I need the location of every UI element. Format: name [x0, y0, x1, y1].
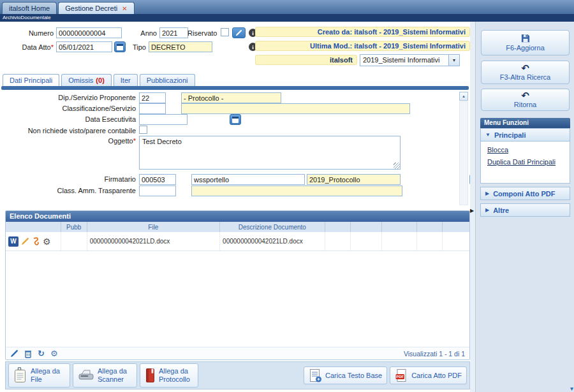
- file-cell: 0000000000042021LD.docx: [87, 232, 220, 250]
- scroll-down-icon[interactable]: ▾: [570, 385, 573, 392]
- document-tabs: Dati Principali Omissis(0) Iter Pubblica…: [3, 74, 197, 86]
- tab-dati-principali[interactable]: Dati Principali: [3, 74, 59, 86]
- visto-contabile-label: Non richiede visto/parere contabile: [0, 127, 136, 134]
- breadcrumb-text: ArchivioDocumentale: [3, 15, 51, 20]
- empty-cell: [417, 232, 443, 250]
- tab-panel-border: [1, 86, 469, 90]
- empty-cell: [351, 232, 383, 250]
- button-label: Allega da Scanner: [98, 367, 132, 384]
- tab-pubblicazioni[interactable]: Pubblicazioni: [140, 74, 195, 86]
- f6-aggiorna-button[interactable]: F6-Aggiorna: [481, 30, 570, 55]
- classificazione-label: Classificazione/Servizio: [0, 105, 136, 112]
- oggetto-textarea[interactable]: Test Decreto: [139, 136, 401, 170]
- back-arrow-icon: ↶: [521, 64, 529, 72]
- button-label: F3-Altra Ricerca: [500, 73, 550, 81]
- riservato-checkbox[interactable]: [221, 28, 229, 36]
- pubb-cell: [61, 232, 87, 250]
- tab-gestione-decreti[interactable]: Gestione Decreti ✕: [58, 2, 134, 14]
- section-componi-atto-pdf[interactable]: ▶ Componi Atto PDF: [480, 187, 570, 200]
- edit-icon-button[interactable]: [232, 27, 246, 38]
- breadcrumb: ArchivioDocumentale: [0, 14, 574, 22]
- tab-iter[interactable]: Iter: [114, 74, 138, 86]
- tab-omissis[interactable]: Omissis(0): [61, 74, 112, 86]
- collapse-panel-handle[interactable]: ▶: [470, 208, 474, 214]
- scrollbar-track[interactable]: [459, 101, 468, 205]
- button-label: F6-Aggiorna: [506, 44, 545, 52]
- data-esecutivita-label: Data Esecutivita: [0, 115, 136, 123]
- save-icon: [521, 34, 530, 43]
- section-altre[interactable]: ▶ Altre: [480, 203, 570, 217]
- section-label: Componi Atto PDF: [493, 190, 555, 198]
- numero-input[interactable]: [56, 27, 122, 38]
- column-pubb[interactable]: Pubb: [61, 222, 87, 232]
- delete-icon[interactable]: [24, 349, 32, 358]
- button-label: Carica Atto PDF: [411, 372, 462, 379]
- convert-document-icon[interactable]: ⚙: [43, 236, 51, 247]
- column-empty: [325, 222, 351, 232]
- calendar-icon-button[interactable]: [114, 41, 126, 52]
- refresh-icon[interactable]: ↻: [38, 349, 45, 358]
- tipo-label: Tipo: [127, 43, 146, 51]
- word-file-icon[interactable]: W: [8, 236, 18, 247]
- tipo-input: [149, 41, 212, 52]
- sign-document-icon[interactable]: [32, 236, 40, 247]
- documents-table-header: Pubb File Descrizione Documento: [6, 222, 469, 232]
- chevron-right-icon: ▶: [485, 207, 489, 213]
- elenco-documenti-panel: Elenco Documenti Pubb File Descrizione D…: [5, 210, 470, 360]
- chevron-down-icon: ▼: [485, 132, 490, 138]
- ritorna-button[interactable]: ↶ Ritorna: [481, 89, 570, 111]
- edit-icon[interactable]: [10, 349, 18, 358]
- edit-document-icon[interactable]: [21, 237, 29, 245]
- scroll-up-icon[interactable]: ▴: [459, 92, 468, 101]
- firmatario-code-input[interactable]: [139, 174, 176, 185]
- principali-links: Blocca Duplica Dati Principali: [480, 142, 570, 184]
- elenco-documenti-title: Elenco Documenti: [6, 211, 469, 222]
- empty-cell: [382, 232, 417, 250]
- dip-servizio-code-input[interactable]: [139, 92, 166, 103]
- f3-altra-ricerca-button[interactable]: ↶ F3-Altra Ricerca: [481, 61, 570, 84]
- attachments-toolbar: Allega da File Allega da Scanner Allega …: [5, 361, 470, 389]
- carica-testo-base-button[interactable]: Carica Testo Base: [304, 367, 387, 384]
- notepad-icon: [13, 367, 27, 384]
- oggetto-label: Oggetto*: [0, 137, 136, 145]
- chevron-down-icon[interactable]: ▾: [448, 55, 459, 66]
- document-row[interactable]: W ⚙ 0000000000042021LD.docx 000000000004…: [6, 232, 469, 251]
- section-principali[interactable]: ▼ Principali: [480, 128, 570, 142]
- data-atto-input[interactable]: [56, 41, 112, 52]
- section-label: Principali: [494, 131, 526, 139]
- allega-da-protocollo-button[interactable]: Allega da Protocollo: [140, 363, 198, 388]
- anno-input[interactable]: [159, 27, 188, 38]
- class-amm-code-input[interactable]: [139, 185, 176, 196]
- resize-grip-icon[interactable]: [394, 163, 400, 169]
- classificazione-code-input[interactable]: [139, 103, 166, 114]
- link-duplica-dati-principali[interactable]: Duplica Dati Principali: [487, 158, 557, 166]
- link-blocca[interactable]: Blocca: [487, 146, 557, 154]
- dip-servizio-desc-field: [181, 92, 281, 103]
- column-empty: [417, 222, 443, 232]
- numero-label: Numero: [8, 29, 54, 37]
- calendar-icon-button[interactable]: [230, 114, 241, 125]
- riservato-label: Riservato: [188, 29, 217, 37]
- allega-da-scanner-button[interactable]: Allega da Scanner: [73, 363, 137, 388]
- documents-table-body: [6, 251, 469, 347]
- column-empty: [382, 222, 417, 232]
- data-esecutivita-input[interactable]: [139, 114, 188, 125]
- settings-gear-icon[interactable]: ⚙: [50, 349, 58, 358]
- profile-select[interactable]: 2019_Sistemi Informativi ▾: [360, 54, 460, 66]
- tab-italsoft-home[interactable]: italsoft Home: [2, 2, 57, 14]
- column-descrizione[interactable]: Descrizione Documento: [220, 222, 325, 232]
- firmatario-nome-input[interactable]: [191, 174, 305, 185]
- allega-da-file-button[interactable]: Allega da File: [8, 363, 70, 388]
- scanner-icon: [78, 368, 94, 383]
- column-file[interactable]: File: [87, 222, 220, 232]
- button-label: Carica Testo Base: [325, 372, 382, 379]
- user-banner: italsoft: [255, 55, 357, 65]
- carica-atto-pdf-button[interactable]: PDF Carica Atto PDF: [390, 367, 467, 384]
- empty-cell: [443, 232, 469, 250]
- tab-label: Gestione Decreti: [65, 4, 117, 14]
- data-atto-label: Data Atto*: [0, 43, 54, 51]
- content-area: Numero Anno Riservato i Creato da: itals…: [0, 22, 470, 392]
- red-book-icon: [145, 368, 156, 383]
- close-tab-icon[interactable]: ✕: [122, 4, 127, 14]
- visto-contabile-checkbox[interactable]: [139, 126, 147, 134]
